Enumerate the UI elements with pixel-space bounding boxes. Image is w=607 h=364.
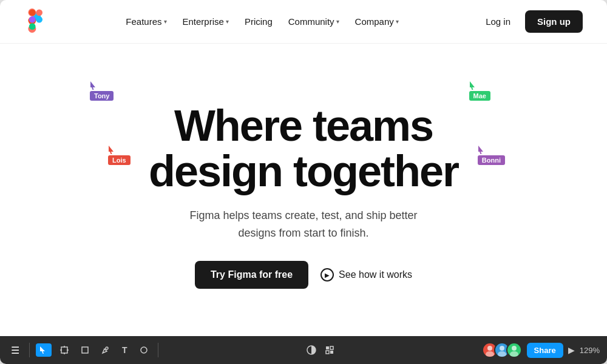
toolbar-separator-1 (29, 343, 30, 357)
toolbar-share-button[interactable]: Share (527, 343, 563, 358)
navbar: Features ▾ Enterprise ▾ Pricing Communit… (0, 0, 607, 44)
svg-rect-6 (36, 16, 42, 22)
toolbar-hand-tool[interactable] (136, 343, 152, 357)
svg-point-14 (106, 347, 108, 349)
enterprise-dropdown-icon: ▾ (226, 18, 229, 25)
toolbar-frame-tool[interactable] (56, 343, 72, 357)
toolbar-pen-tool[interactable] (98, 343, 114, 357)
cursor-bonni: Bonni (478, 146, 505, 165)
toolbar-menu-icon[interactable]: ☰ (7, 342, 23, 359)
toolbar-separator-2 (158, 343, 158, 357)
svg-rect-18 (330, 346, 333, 349)
toolbar-select-tool[interactable] (36, 343, 52, 357)
svg-rect-8 (61, 347, 67, 353)
svg-point-23 (500, 346, 504, 351)
svg-rect-19 (326, 351, 329, 354)
figma-logo[interactable] (24, 8, 49, 35)
toolbar-text-tool[interactable]: T (118, 343, 131, 357)
svg-point-22 (486, 351, 494, 357)
svg-point-25 (512, 346, 517, 351)
cursor-mae-arrow (469, 81, 478, 90)
svg-point-21 (487, 346, 492, 351)
toolbar-component-tool[interactable] (320, 342, 339, 358)
cursor-tony-arrow (90, 81, 98, 90)
svg-point-24 (498, 351, 506, 357)
nav-features[interactable]: Features ▾ (120, 13, 172, 30)
svg-rect-4 (36, 9, 42, 16)
cursor-lois-arrow (108, 146, 117, 154)
svg-point-15 (141, 347, 147, 353)
nav-actions: Log in Sign up (476, 10, 583, 33)
toolbar-halftone-tool[interactable] (302, 342, 320, 358)
hero-title: Where teams design together (149, 103, 458, 195)
svg-rect-17 (326, 346, 329, 349)
hero-section: Tony Mae Lois Bonni Where teams design t… (0, 44, 607, 336)
signup-button[interactable]: Sign up (525, 10, 583, 33)
hero-subtitle: Figma helps teams create, test, and ship… (188, 207, 419, 242)
cursor-lois: Lois (108, 146, 131, 165)
hero-actions: Try Figma for free ▶ See how it works (195, 261, 412, 289)
browser-window: Features ▾ Enterprise ▾ Pricing Communit… (0, 0, 607, 364)
cursor-mae-label: Mae (469, 91, 490, 101)
figma-toolbar: ☰ T (0, 336, 607, 364)
login-button[interactable]: Log in (476, 12, 520, 32)
features-dropdown-icon: ▾ (164, 18, 167, 25)
toolbar-play-icon[interactable]: ▶ (568, 345, 575, 355)
cursor-mae: Mae (469, 81, 490, 101)
nav-community[interactable]: Community ▾ (282, 13, 345, 30)
community-dropdown-icon: ▾ (336, 18, 339, 25)
cursor-bonni-arrow (478, 146, 486, 154)
toolbar-center-icons (164, 342, 477, 358)
play-circle-icon: ▶ (320, 268, 334, 281)
cursor-bonni-label: Bonni (478, 155, 505, 165)
svg-rect-20 (330, 351, 333, 354)
toolbar-zoom-level[interactable]: 129% (580, 346, 600, 355)
toolbar-shape-tool[interactable] (77, 343, 93, 357)
svg-rect-13 (82, 347, 88, 353)
try-figma-button[interactable]: Try Figma for free (195, 261, 308, 289)
svg-rect-3 (29, 9, 36, 16)
toolbar-avatars (482, 342, 522, 358)
svg-rect-5 (29, 16, 36, 22)
cursor-tony: Tony (90, 81, 114, 101)
nav-pricing[interactable]: Pricing (239, 13, 279, 30)
svg-rect-7 (29, 23, 36, 30)
toolbar-right: Share ▶ 129% (482, 342, 600, 358)
cursor-tony-label: Tony (90, 91, 114, 101)
company-dropdown-icon: ▾ (396, 18, 399, 25)
nav-links: Features ▾ Enterprise ▾ Pricing Communit… (120, 13, 405, 30)
svg-point-26 (510, 351, 518, 357)
toolbar-avatar-3 (506, 342, 522, 358)
cursor-lois-label: Lois (108, 155, 131, 165)
nav-company[interactable]: Company ▾ (349, 13, 405, 30)
see-how-it-works-button[interactable]: ▶ See how it works (320, 268, 412, 281)
nav-enterprise[interactable]: Enterprise ▾ (177, 13, 235, 30)
